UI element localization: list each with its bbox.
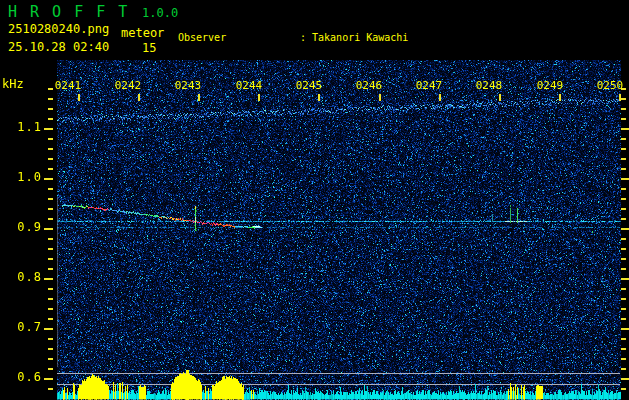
time-axis-label: 0241 (53, 79, 83, 92)
time-axis-label: 0243 (173, 79, 203, 92)
mode-label: meteor (121, 26, 164, 40)
freq-axis-label: 1.1 (6, 120, 42, 134)
app-version: 1.0.0 (142, 6, 178, 20)
freq-axis-label: 1.0 (6, 170, 42, 184)
time-axis-label: 0246 (354, 79, 384, 92)
time-axis-label: 0250 (595, 79, 625, 92)
hrofft-screen: H R O F F T 1.0.0 2510280240.png meteor … (0, 0, 629, 400)
freq-axis-label: 0.7 (6, 320, 42, 334)
spectrogram-canvas (0, 58, 629, 400)
station-colon: : (300, 32, 306, 45)
observation-datetime: 25.10.28 02:40 (8, 40, 109, 54)
time-axis-label: 0247 (414, 79, 444, 92)
station-label: Observer (178, 32, 300, 45)
echo-count: 15 (142, 41, 156, 55)
time-axis-label: 0249 (535, 79, 565, 92)
time-axis-label: 0248 (474, 79, 504, 92)
station-value: Takanori Kawachi (312, 32, 408, 45)
freq-axis-label: 0.6 (6, 370, 42, 384)
time-axis-label: 0245 (294, 79, 324, 92)
time-axis-label: 0244 (234, 79, 264, 92)
output-filename: 2510280240.png (8, 22, 109, 36)
freq-axis-label: 0.9 (6, 220, 42, 234)
khz-unit-label: kHz (2, 77, 24, 91)
freq-axis-label: 0.8 (6, 270, 42, 284)
station-row: Observer:Takanori Kawachi (178, 32, 529, 45)
time-axis-label: 0242 (113, 79, 143, 92)
app-title: H R O F F T (8, 3, 129, 21)
